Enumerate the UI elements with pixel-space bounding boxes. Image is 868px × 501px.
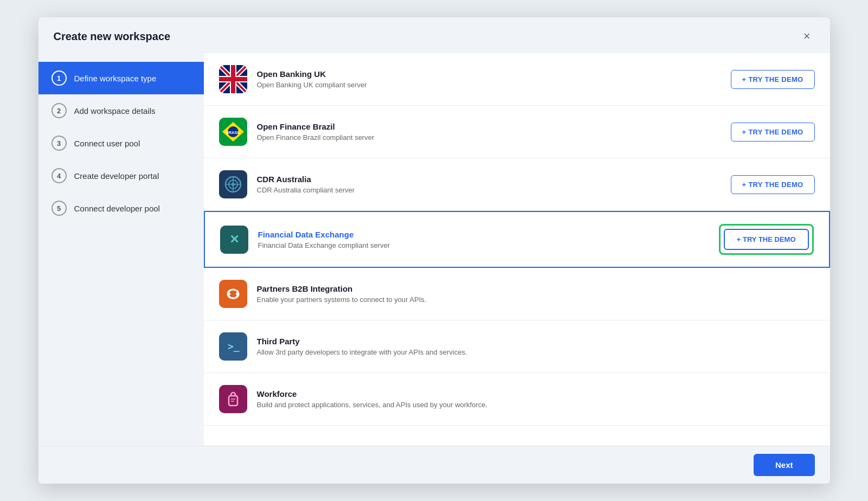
workspace-item-third-party[interactable]: >_ Third Party Allow 3rd party developer… xyxy=(204,320,830,373)
step-item-3[interactable]: 3 Connect user pool xyxy=(38,127,204,159)
step-item-5[interactable]: 5 Connect developer pool xyxy=(38,192,204,224)
workspace-name-third-party: Third Party xyxy=(257,337,815,346)
sidebar: 1 Define workspace type 2 Add workspace … xyxy=(38,53,204,446)
step-number-1: 1 xyxy=(52,70,67,86)
workspace-desc-cdr-australia: CDR Australia compliant server xyxy=(257,186,721,194)
svg-text:>_: >_ xyxy=(228,341,240,352)
thirdparty-icon: >_ xyxy=(219,332,247,361)
workforce-icon xyxy=(219,385,247,413)
create-workspace-modal: Create new workspace × 1 Define workspac… xyxy=(38,17,830,484)
workspace-desc-open-banking-uk: Open Banking UK compliant server xyxy=(257,81,721,89)
step-item-4[interactable]: 4 Create developer portal xyxy=(38,159,204,192)
workspace-name-cdr-australia: CDR Australia xyxy=(257,175,721,184)
workspace-desc-open-finance-brazil: Open Finance Brazil compliant server xyxy=(257,133,721,142)
workspace-info-third-party: Third Party Allow 3rd party developers t… xyxy=(257,337,815,356)
workspace-list: Open Banking UK Open Banking UK complian… xyxy=(204,53,830,426)
svg-rect-8 xyxy=(219,77,247,81)
modal-header: Create new workspace × xyxy=(38,17,830,53)
next-button[interactable]: Next xyxy=(754,454,815,476)
workspace-info-financial-data-exchange: Financial Data Exchange Financial Data E… xyxy=(258,230,709,249)
workspace-name-open-banking-uk: Open Banking UK xyxy=(257,69,721,79)
demo-button-cdr-australia[interactable]: + TRY THE DEMO xyxy=(731,175,815,194)
workspace-info-open-finance-brazil: Open Finance Brazil Open Finance Brazil … xyxy=(257,122,721,142)
svg-rect-21 xyxy=(219,280,247,308)
workspace-item-open-finance-brazil[interactable]: BRASIL Open Finance Brazil Open Finance … xyxy=(204,106,830,158)
partners-icon xyxy=(219,280,247,308)
workspace-name-workforce: Workforce xyxy=(257,389,815,399)
svg-text:✕: ✕ xyxy=(229,233,239,246)
demo-button-financial-data-exchange[interactable]: + TRY THE DEMO xyxy=(724,229,809,250)
workspace-item-financial-data-exchange[interactable]: ✕ Financial Data Exchange Financial Data… xyxy=(204,211,830,268)
workspace-desc-workforce: Build and protect applications, services… xyxy=(257,401,815,409)
modal-title: Create new workspace xyxy=(54,30,171,43)
fde-icon: ✕ xyxy=(220,226,248,254)
uk-flag-icon xyxy=(219,65,247,93)
demo-button-open-finance-brazil[interactable]: + TRY THE DEMO xyxy=(731,123,815,142)
workspace-desc-financial-data-exchange: Financial Data Exchange compliant server xyxy=(258,241,709,249)
workspace-desc-partners-b2b: Enable your partners systems to connect … xyxy=(257,296,815,304)
workspace-desc-third-party: Allow 3rd party developers to integrate … xyxy=(257,348,815,356)
workspace-info-partners-b2b: Partners B2B Integration Enable your par… xyxy=(257,284,815,304)
svg-point-22 xyxy=(227,292,230,296)
workspace-item-open-banking-uk[interactable]: Open Banking UK Open Banking UK complian… xyxy=(204,53,830,106)
workspace-item-partners-b2b[interactable]: Partners B2B Integration Enable your par… xyxy=(204,268,830,320)
workspace-info-open-banking-uk: Open Banking UK Open Banking UK complian… xyxy=(257,69,721,89)
modal-body: 1 Define workspace type 2 Add workspace … xyxy=(38,53,830,446)
workspace-item-cdr-australia[interactable]: CDR Australia CDR Australia compliant se… xyxy=(204,158,830,211)
cdr-icon xyxy=(219,170,247,198)
step-label-4: Create developer portal xyxy=(74,171,159,181)
demo-button-highlight-wrapper: + TRY THE DEMO xyxy=(719,224,814,255)
step-number-4: 4 xyxy=(52,168,67,183)
workspace-info-workforce: Workforce Build and protect applications… xyxy=(257,389,815,409)
modal-footer: Next xyxy=(38,446,830,484)
workspace-name-partners-b2b: Partners B2B Integration xyxy=(257,284,815,293)
workspace-name-financial-data-exchange: Financial Data Exchange xyxy=(258,230,709,239)
step-label-1: Define workspace type xyxy=(74,74,157,83)
svg-text:BRASIL: BRASIL xyxy=(226,131,240,134)
step-label-3: Connect user pool xyxy=(74,139,140,148)
close-button[interactable]: × xyxy=(799,28,815,44)
step-item-1[interactable]: 1 Define workspace type xyxy=(38,62,204,94)
demo-button-open-banking-uk[interactable]: + TRY THE DEMO xyxy=(731,70,815,89)
step-number-5: 5 xyxy=(52,201,67,216)
step-number-3: 3 xyxy=(52,136,67,151)
content-area: Open Banking UK Open Banking UK complian… xyxy=(204,53,830,446)
step-number-2: 2 xyxy=(52,103,67,118)
step-label-2: Add workspace details xyxy=(74,106,156,115)
svg-point-23 xyxy=(236,292,239,296)
workspace-info-cdr-australia: CDR Australia CDR Australia compliant se… xyxy=(257,175,721,194)
step-item-2[interactable]: 2 Add workspace details xyxy=(38,94,204,127)
step-label-5: Connect developer pool xyxy=(74,204,160,213)
workspace-item-workforce[interactable]: Workforce Build and protect applications… xyxy=(204,373,830,426)
brazil-flag-icon: BRASIL xyxy=(219,118,247,146)
workspace-name-open-finance-brazil: Open Finance Brazil xyxy=(257,122,721,131)
